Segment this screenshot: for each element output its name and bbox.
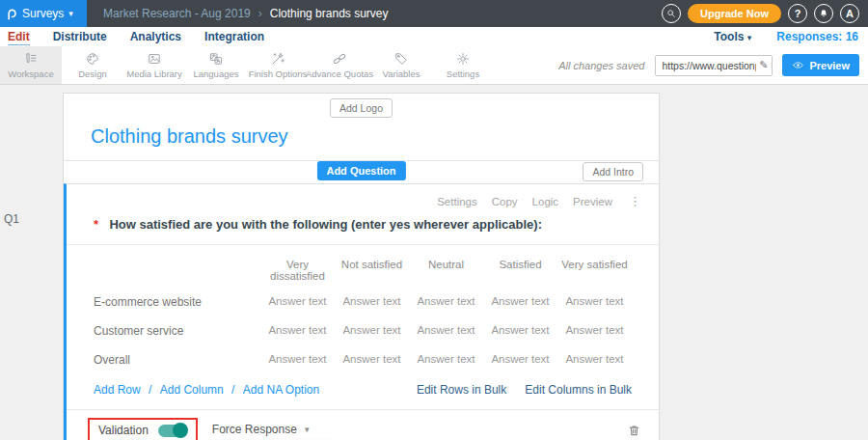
notifications-button[interactable] xyxy=(814,4,833,23)
question-menu-settings[interactable]: Settings xyxy=(437,196,477,207)
avatar[interactable]: A xyxy=(840,4,859,23)
topbar-actions: Upgrade Now ? A xyxy=(662,4,868,23)
design-palette-icon xyxy=(85,51,100,67)
tools-menu[interactable]: Tools ▾ xyxy=(714,30,751,43)
surveys-menu[interactable]: Surveys ▾ xyxy=(0,0,87,27)
preview-button[interactable]: Preview xyxy=(782,54,859,76)
add-row-link[interactable]: Add Row xyxy=(94,383,141,397)
question-menu-logic[interactable]: Logic xyxy=(532,196,559,207)
matrix-row-label[interactable]: E-commerce website xyxy=(94,288,260,316)
breadcrumb: Market Research - Aug 2019 › Clothing br… xyxy=(103,7,388,20)
toolbar-item-workspace[interactable]: Workspace xyxy=(0,46,62,84)
toolbar-item-label: Finish Options xyxy=(249,69,308,79)
help-button[interactable]: ? xyxy=(788,4,807,23)
toolbar-item-languages[interactable]: Languages xyxy=(185,46,247,84)
add-column-link[interactable]: Add Column xyxy=(160,383,224,397)
edit-rows-in-bulk-link[interactable]: Edit Rows in Bulk xyxy=(417,383,506,397)
toolbar-item-advance-quotas[interactable]: Advance Quotas xyxy=(309,46,370,84)
question-menu-preview[interactable]: Preview xyxy=(573,196,612,207)
toolbar-item-finish-options[interactable]: Finish Options xyxy=(247,46,309,84)
add-intro-button[interactable]: Add Intro xyxy=(583,162,643,181)
tab-distribute[interactable]: Distribute xyxy=(53,29,107,45)
survey-title[interactable]: Clothing brands survey xyxy=(91,125,659,148)
add-question-button-top[interactable]: Add Question xyxy=(316,161,405,180)
chevron-down-icon: ▾ xyxy=(747,33,752,42)
tabrow-right: Tools ▾ Responses: 16 xyxy=(714,30,868,43)
matrix-column-header[interactable]: Neutral xyxy=(409,249,483,288)
survey-url-field[interactable]: https://www.questionpro.com/t/APNrfZ ✎ xyxy=(655,55,773,76)
required-asterisk: * xyxy=(94,217,98,232)
matrix-answer-cell[interactable]: Answer text xyxy=(409,345,483,374)
matrix-answer-cell[interactable]: Answer text xyxy=(260,288,335,316)
matrix-answer-cell[interactable]: Answer text xyxy=(557,288,632,316)
toolbar-right: All changes saved https://www.questionpr… xyxy=(558,46,868,84)
matrix-answer-cell[interactable]: Answer text xyxy=(409,288,483,316)
validation-toggle[interactable] xyxy=(158,425,187,437)
matrix-row-label[interactable]: Overall xyxy=(94,345,260,374)
tab-integration[interactable]: Integration xyxy=(204,29,264,45)
matrix-answer-cell[interactable]: Answer text xyxy=(483,288,557,316)
trash-icon xyxy=(627,424,641,438)
breadcrumb-folder[interactable]: Market Research - Aug 2019 xyxy=(103,7,251,20)
chain-link-icon xyxy=(332,51,347,67)
matrix-answer-cell[interactable]: Answer text xyxy=(335,316,409,345)
add-na-option-link[interactable]: Add NA Option xyxy=(243,383,319,397)
topbar: Surveys ▾ Market Research - Aug 2019 › C… xyxy=(0,0,868,27)
survey-card: Add Logo Clothing brands survey Add Ques… xyxy=(63,93,660,440)
breadcrumb-current-survey: Clothing brands survey xyxy=(270,7,389,20)
bell-icon xyxy=(818,8,829,19)
tab-edit[interactable]: Edit xyxy=(8,29,30,45)
toolbar-item-label: Media Library xyxy=(126,69,182,79)
question-menu-copy[interactable]: Copy xyxy=(492,196,518,207)
search-button[interactable] xyxy=(662,4,681,23)
matrix-answer-cell[interactable]: Answer text xyxy=(483,345,557,374)
upgrade-now-button[interactable]: Upgrade Now xyxy=(688,4,781,23)
responses-count[interactable]: Responses: 16 xyxy=(776,30,858,43)
matrix-answer-cell[interactable]: Answer text xyxy=(335,288,409,316)
tab-analytics[interactable]: Analytics xyxy=(130,29,181,45)
matrix-column-header[interactable]: Satisfied xyxy=(483,249,557,288)
matrix-answer-cell[interactable]: Answer text xyxy=(260,345,335,374)
toolbar-item-settings[interactable]: Settings xyxy=(432,46,494,84)
chevron-down-icon: ▾ xyxy=(68,9,73,18)
edit-url-pencil-icon[interactable]: ✎ xyxy=(759,59,768,71)
validation-type-dropdown[interactable]: Force Response ▾ xyxy=(212,421,313,440)
add-logo-button[interactable]: Add Logo xyxy=(330,98,393,118)
matrix-column-header[interactable]: Very dissatisfied xyxy=(260,249,335,288)
questionpro-logo xyxy=(7,7,17,21)
matrix-answer-cell[interactable]: Answer text xyxy=(483,316,557,345)
matrix-table: Very dissatisfiedNot satisfiedNeutralSat… xyxy=(67,245,659,374)
tag-icon xyxy=(393,51,409,67)
media-image-icon xyxy=(147,51,162,67)
edit-columns-in-bulk-link[interactable]: Edit Columns in Bulk xyxy=(525,383,632,397)
matrix-links-row: Add Row / Add Column / Add NA Option Edi… xyxy=(67,374,659,410)
matrix-column-header[interactable]: Very satisfied xyxy=(557,249,632,288)
matrix-answer-cell[interactable]: Answer text xyxy=(557,345,632,374)
bulk-edit-links: Edit Rows in BulkEdit Columns in Bulk xyxy=(417,383,632,397)
toolbar-item-label: Advance Quotas xyxy=(306,69,373,79)
magic-wand-icon xyxy=(270,51,285,67)
toolbar-items: WorkspaceDesignMedia LibraryLanguagesFin… xyxy=(0,46,494,84)
matrix-answer-cell[interactable]: Answer text xyxy=(557,316,632,345)
matrix-column-header[interactable]: Not satisfied xyxy=(335,249,409,288)
matrix-row-label[interactable]: Customer service xyxy=(94,316,260,345)
question-action-menu: SettingsCopyLogicPreview⋮ xyxy=(67,184,659,210)
matrix-answer-cell[interactable]: Answer text xyxy=(409,316,483,345)
main-tab-row: EditDistributeAnalyticsIntegration Tools… xyxy=(0,27,868,46)
questionpro-app: Surveys ▾ Market Research - Aug 2019 › C… xyxy=(0,0,868,440)
toggle-knob xyxy=(173,423,188,438)
delete-question-button[interactable] xyxy=(627,424,641,438)
question-block: SettingsCopyLogicPreview⋮ * How satisfie… xyxy=(64,183,659,440)
matrix-answer-cell[interactable]: Answer text xyxy=(260,316,335,345)
toolbar-item-label: Workspace xyxy=(8,69,53,79)
avatar-initial: A xyxy=(846,8,854,19)
toolbar-item-media-library[interactable]: Media Library xyxy=(123,46,185,84)
toolbar-item-label: Languages xyxy=(193,69,238,79)
kebab-menu-icon[interactable]: ⋮ xyxy=(629,194,641,208)
question-text[interactable]: How satisfied are you with the following… xyxy=(109,217,542,232)
toolbar-item-variables[interactable]: Variables xyxy=(370,46,432,84)
matrix-answer-cell[interactable]: Answer text xyxy=(335,345,409,374)
workspace-icon xyxy=(23,51,39,67)
toolbar-item-design[interactable]: Design xyxy=(62,46,123,84)
validation-dropdown-wrap: Force Response ▾ Force ResponseRequest R… xyxy=(212,421,313,440)
